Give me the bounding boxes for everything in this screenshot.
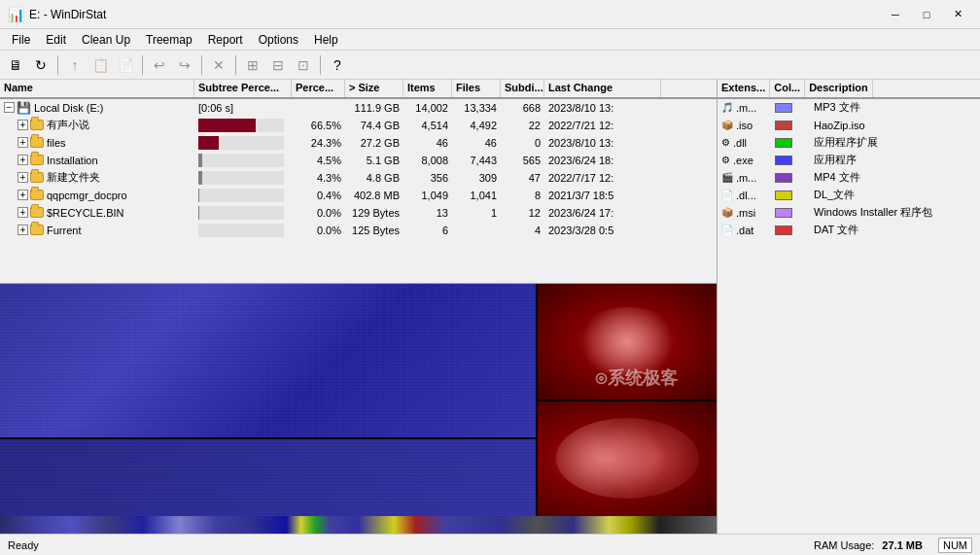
title-bar: 📊 E: - WinDirStat ─ □ ✕ [0,0,980,29]
ext-text-7: .dat [736,225,753,236]
tree-row[interactable]: +files24.3%27.2 GB464602023/8/10 13: [0,134,717,152]
ext-row-5[interactable]: 📄.dl...DL_文件 [718,187,980,204]
expand-btn-5[interactable]: + [18,190,28,200]
ext-color-cell-5 [771,187,810,204]
expand-btn-3[interactable]: + [18,155,28,165]
expand-btn-7[interactable]: + [18,225,28,235]
folder-icon [30,225,44,235]
cell-files-0: 13,334 [452,99,501,117]
ext-color-box-7 [775,225,792,235]
expand-btn-6[interactable]: + [18,207,28,218]
ext-row-6[interactable]: 📦.msiWindows Installer 程序包 [718,204,980,222]
zoom-fit-button: ⊡ [292,54,315,76]
col-header-files[interactable]: Files [452,80,501,97]
row-name-text-4: 新建文件夹 [47,170,100,185]
minimize-button[interactable]: ─ [881,5,910,24]
cell-lastchange-7: 2023/3/28 0:5 [544,222,661,239]
tree-row[interactable]: −💾Local Disk (E:)[0:06 s]111.9 GB14,0021… [0,99,717,117]
row-name-text-5: qqpcmgr_docpro [47,190,127,201]
cell-files-2: 46 [452,134,501,152]
treemap-visualization[interactable]: ⊙系统极客 [0,283,717,516]
tree-row[interactable]: +Installation4.5%5.1 GB8,0087,4435652023… [0,152,717,169]
ext-row-4[interactable]: 🎬.m...MP4 文件 [718,169,980,187]
cell-pct-5: 0.4% [292,187,345,204]
redo-button: ↪ [173,54,196,76]
ext-cell-2: ⚙.dll [718,134,771,152]
tree-row[interactable]: +Furrent0.0%125 Bytes642023/3/28 0:5 [0,222,717,239]
ext-col-header-ext[interactable]: Extens... [718,80,770,97]
close-button[interactable]: ✕ [943,5,972,24]
tree-row[interactable]: +新建文件夹4.3%4.8 GB356309472022/7/17 12: [0,169,717,187]
col-header-size[interactable]: > Size [345,80,403,97]
ext-col-header-color[interactable]: Col... [770,80,805,97]
expand-btn-0[interactable]: − [4,102,15,113]
ext-row-7[interactable]: 📄.datDAT 文件 [718,222,980,239]
cell-pct-7: 0.0% [292,222,345,239]
col-header-pct[interactable]: Perce... [292,80,345,97]
ext-col-header-desc[interactable]: Description [805,80,873,97]
cell-size-2: 27.2 GB [345,134,403,152]
cell-files-1: 4,492 [452,117,501,134]
treemap-red-top: ⊙系统极客 [538,284,717,401]
cell-subtree-pct-6 [194,204,292,222]
row-name-text-2: files [47,137,66,149]
ext-color-box-2 [775,138,792,148]
cell-subtree-pct-7 [194,222,292,239]
col-header-subdirs[interactable]: Subdi... [501,80,544,97]
menu-item-treemap[interactable]: Treemap [138,31,200,49]
cell-subdirs-2: 0 [501,134,544,152]
menu-item-options[interactable]: Options [251,31,306,49]
ext-file-icon-2: ⚙ [721,137,730,148]
pct-bar-7 [198,224,284,237]
cell-items-4: 356 [403,169,452,187]
tree-body: −💾Local Disk (E:)[0:06 s]111.9 GB14,0021… [0,99,717,283]
status-text: Ready [8,539,814,551]
ext-text-1: .iso [736,120,752,131]
cell-subtree-pct-4 [194,169,292,187]
ext-desc-6: Windows Installer 程序包 [810,204,965,222]
cell-name-7: +Furrent [0,222,194,239]
col-header-items[interactable]: Items [403,80,452,97]
expand-btn-1[interactable]: + [18,120,28,130]
ext-desc-1: HaoZip.iso [810,117,965,134]
menu-item-edit[interactable]: Edit [38,31,74,49]
tree-row[interactable]: +$RECYCLE.BIN0.0%129 Bytes131122023/6/24… [0,204,717,222]
maximize-button[interactable]: □ [912,5,941,24]
tree-row[interactable]: +qqpcmgr_docpro0.4%402.8 MB1,0491,041820… [0,187,717,204]
window-title: E: - WinDirStat [29,8,881,21]
ext-header: Extens...Col...Description [718,80,980,99]
menu-item-help[interactable]: Help [306,31,346,49]
ext-color-cell-1 [771,117,810,134]
rescan-button[interactable]: ↻ [29,54,52,76]
cell-size-7: 125 Bytes [345,222,403,239]
status-bar: Ready RAM Usage: 27.1 MB NUM [0,534,980,555]
drive-select-button[interactable]: 🖥 [4,54,27,76]
menu-item-report[interactable]: Report [200,31,251,49]
pct-bar-3 [198,154,284,167]
col-header-subtree_pct[interactable]: Subtree Perce... [194,80,292,97]
ext-color-box-3 [775,156,792,165]
tree-row[interactable]: +有声小说66.5%74.4 GB4,5144,492222022/7/21 1… [0,117,717,134]
row-name-text-7: Furrent [47,225,81,236]
ext-row-3[interactable]: ⚙.exe应用程序 [718,152,980,169]
menu-item-clean-up[interactable]: Clean Up [74,31,138,49]
cell-subdirs-5: 8 [501,187,544,204]
cell-pct-1: 66.5% [292,117,345,134]
menu-item-file[interactable]: File [4,31,38,49]
col-header-name[interactable]: Name [0,80,194,97]
ext-color-box-6 [775,208,792,218]
expand-btn-4[interactable]: + [18,172,28,183]
ext-file-icon-5: 📄 [721,190,733,200]
cell-pct-6: 0.0% [292,204,345,222]
treemap-red-bottom [538,401,717,517]
ext-row-2[interactable]: ⚙.dll应用程序扩展 [718,134,980,152]
col-header-last_change[interactable]: Last Change [544,80,661,97]
cell-name-6: +$RECYCLE.BIN [0,204,194,222]
ext-file-icon-0: 🎵 [721,102,733,113]
treemap-main: ⊙系统极客 [0,284,717,516]
ext-row-1[interactable]: 📦.isoHaoZip.iso [718,117,980,134]
ext-color-cell-3 [771,152,810,169]
ext-row-0[interactable]: 🎵.m...MP3 文件 [718,99,980,117]
help-button[interactable]: ? [326,54,349,76]
expand-btn-2[interactable]: + [18,137,28,148]
